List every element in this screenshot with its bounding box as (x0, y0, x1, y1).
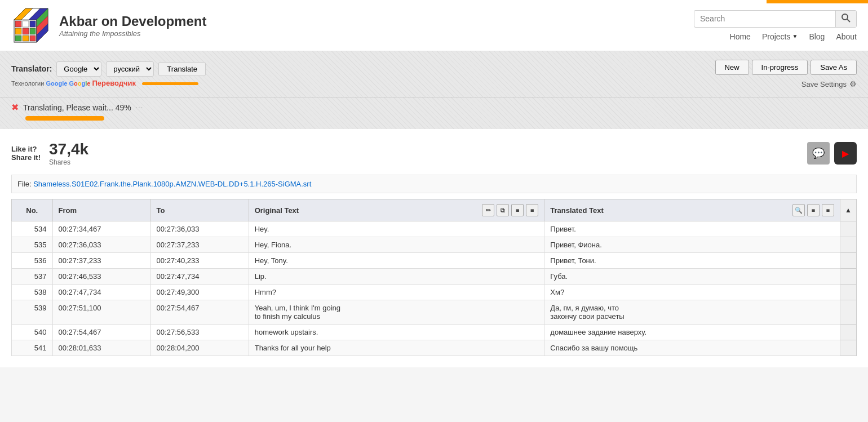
svg-rect-2 (23, 21, 29, 27)
nav-projects[interactable]: Projects ▼ (762, 32, 798, 41)
scrollbar-header: ▲ (840, 199, 856, 221)
chevron-down-icon: ▼ (792, 33, 798, 39)
row-original: Hmm? (249, 285, 544, 300)
row-original: homework upstairs. (249, 325, 544, 340)
powered-by: Технологии Google Google Переводчик (11, 79, 206, 87)
row-original: Hey. (249, 221, 544, 237)
search-trans-btn[interactable]: 🔍 (792, 204, 805, 216)
row-translated: Спасибо за вашу помощь (544, 340, 840, 356)
row-from: 00:27:47,734 (52, 285, 150, 300)
row-no: 536 (12, 253, 53, 269)
row-from: 00:27:37,233 (52, 253, 150, 269)
search-icon (842, 14, 851, 23)
translate-button[interactable]: Translate (158, 62, 206, 76)
row-translated: домашнее задание наверху. (544, 325, 840, 340)
row-scroll-cell (840, 269, 856, 285)
nav-home[interactable]: Home (730, 32, 751, 41)
search-button[interactable] (835, 11, 856, 27)
youtube-icon: ▶ (842, 148, 849, 159)
new-button[interactable]: New (715, 60, 749, 75)
table-row: 538 00:27:47,734 00:27:49,300 Hmm? Хм? (12, 285, 857, 300)
copy-icon-btn[interactable]: ⧉ (497, 204, 509, 216)
table-row: 536 00:27:37,233 00:27:40,233 Hey, Tony.… (12, 253, 857, 269)
row-no: 541 (12, 340, 53, 356)
shares-label: Shares (49, 158, 88, 166)
row-scroll-cell (840, 300, 856, 325)
language-select[interactable]: русский (106, 61, 154, 77)
svg-rect-7 (15, 35, 21, 41)
svg-rect-6 (30, 28, 36, 34)
row-from: 00:28:01,633 (52, 340, 150, 356)
youtube-button[interactable]: ▶ (834, 142, 857, 165)
row-to: 00:27:47,734 (150, 269, 249, 285)
row-from: 00:27:46,533 (52, 269, 150, 285)
inprogress-button[interactable]: In-progress (752, 60, 808, 75)
translator-select[interactable]: Google (56, 61, 101, 77)
row-scroll-cell (840, 325, 856, 340)
row-no: 538 (12, 285, 53, 300)
nav-projects-link[interactable]: Projects (762, 32, 791, 41)
svg-point-18 (842, 14, 848, 20)
row-scroll-cell (840, 221, 856, 237)
scroll-up-btn[interactable]: ▲ (840, 205, 856, 216)
site-logo (11, 6, 51, 45)
row-scroll-cell (840, 340, 856, 356)
row-to: 00:27:54,467 (150, 300, 249, 325)
row-translated: Хм? (544, 285, 840, 300)
svg-rect-9 (30, 35, 36, 41)
align-right-btn[interactable]: ≡ (526, 204, 538, 216)
file-info: File: Shameless.S01E02.Frank.the.Plank.1… (11, 175, 857, 193)
col-header-from: From (52, 199, 150, 221)
svg-rect-8 (23, 35, 29, 41)
row-no: 534 (12, 221, 53, 237)
row-no: 540 (12, 325, 53, 340)
save-settings[interactable]: Save Settings ⚙ (801, 79, 857, 88)
loading-dots: ··· (136, 104, 144, 110)
svg-rect-5 (23, 28, 29, 34)
align-trans-right-btn[interactable]: ≡ (822, 204, 834, 216)
col-header-original: Original Text ✏ ⧉ ≡ ≡ (249, 199, 544, 221)
row-from: 00:27:54,467 (52, 325, 150, 340)
row-no: 539 (12, 300, 53, 325)
row-original: Hey, Tony. (249, 253, 544, 269)
search-input[interactable] (694, 11, 835, 26)
row-translated: Привет, Фиона. (544, 237, 840, 253)
table-row: 535 00:27:36,033 00:27:37,233 Hey, Fiona… (12, 237, 857, 253)
svg-rect-3 (30, 21, 36, 27)
col-header-translated: Translated Text 🔍 ≡ ≡ (544, 199, 840, 221)
like-share-labels: Like it? Share it! (11, 145, 41, 162)
nav-blog[interactable]: Blog (809, 32, 825, 41)
align-trans-left-btn[interactable]: ≡ (807, 204, 820, 216)
row-to: 00:28:04,200 (150, 340, 249, 356)
row-to: 00:27:40,233 (150, 253, 249, 269)
row-translated: Да, гм, я думаю, чтозакончу свои расчеты (544, 300, 840, 325)
nav-about[interactable]: About (836, 32, 857, 41)
col-header-no: No. (12, 199, 53, 221)
edit-icon-btn[interactable]: ✏ (482, 204, 494, 216)
table-row: 537 00:27:46,533 00:27:47,734 Lip. Губа. (12, 269, 857, 285)
share-count: 37,4k (49, 140, 88, 158)
svg-rect-1 (15, 21, 21, 27)
search-bar (694, 10, 857, 28)
chat-button[interactable]: 💬 (807, 142, 830, 165)
site-title: Akbar on Development (59, 14, 206, 29)
row-original: Hey, Fiona. (249, 237, 544, 253)
row-to: 00:27:36,033 (150, 221, 249, 237)
site-subtitle: Attaining the Impossibles (59, 29, 206, 38)
row-translated: Привет, Тони. (544, 253, 840, 269)
row-no: 537 (12, 269, 53, 285)
row-original: Lip. (249, 269, 544, 285)
col-header-to: To (150, 199, 249, 221)
row-from: 00:27:51,100 (52, 300, 150, 325)
row-translated: Привет. (544, 221, 840, 237)
file-link[interactable]: Shameless.S01E02.Frank.the.Plank.1080p.A… (33, 180, 311, 188)
table-row: 540 00:27:54,467 00:27:56,533 homework u… (12, 325, 857, 340)
row-no: 535 (12, 237, 53, 253)
status-text: Translating, Please wait... 49% (23, 103, 131, 112)
translator-label: Translator: (11, 64, 52, 73)
table-row: 534 00:27:34,467 00:27:36,033 Hey. Приве… (12, 221, 857, 237)
align-left-btn[interactable]: ≡ (511, 204, 524, 216)
saveas-button[interactable]: Save As (811, 60, 857, 75)
subtitle-table: No. From To Original Text ✏ ⧉ ≡ ≡ (11, 199, 857, 356)
row-scroll-cell (840, 285, 856, 300)
